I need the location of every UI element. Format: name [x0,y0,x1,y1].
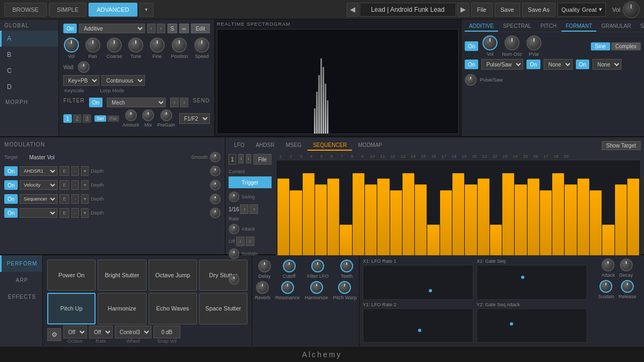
perf-tab-perform[interactable]: PERFORM [0,255,42,272]
pulse-saw-select1[interactable]: Pulse/Saw [481,59,523,70]
preset-prev-button[interactable]: ◀ [347,3,358,17]
depth-knob-4[interactable] [210,208,221,218]
pan-knob[interactable] [85,38,100,53]
mod-source-4[interactable] [20,208,57,218]
mod-dot-2[interactable]: ▾ [81,180,89,190]
value-snap-prev[interactable]: ‹ [236,237,245,246]
depth-knob-1[interactable] [210,166,221,176]
pad-pitch-up[interactable]: Pitch Up [47,293,96,325]
sine-button[interactable]: Sine [591,42,610,50]
pad-bright-stutter[interactable]: Bright Stutter [98,260,146,291]
mod-e-4[interactable]: E [60,208,69,218]
ser-button[interactable]: Ser [94,115,106,122]
perf-tab-effects[interactable]: EFFECTS [0,289,42,305]
par-button[interactable]: Par [107,115,119,122]
rate-next-arrow[interactable]: › [250,204,258,214]
wall-knob[interactable] [78,61,90,73]
pulse-on-button[interactable]: On [465,60,478,69]
advanced-button[interactable]: ADVANCED [89,3,137,17]
pad-power-on[interactable]: Power On [47,260,96,291]
send-select[interactable]: F1/F2 [179,113,210,124]
tune-knob[interactable] [128,38,143,53]
pad-octave-jump[interactable]: Octave Jump [149,260,197,291]
osc-mode-select[interactable]: Additive Spectral Granular [79,24,144,33]
tab-sampler[interactable]: SAMPLER [636,21,644,32]
depth-knob-3[interactable] [210,194,221,204]
none-select2[interactable]: None [592,59,621,70]
mod-on-4[interactable]: On [4,208,18,218]
filter-3[interactable]: 3 [83,114,91,123]
mod-dot-1[interactable]: ▾ [81,166,89,176]
mod-dash-1[interactable]: - [71,166,79,176]
mod-on-3[interactable]: On [4,194,18,204]
sustain-seq-knob[interactable] [229,248,239,259]
seq-prev-arrow[interactable]: ‹ [238,154,244,164]
preset-next-button[interactable]: ▶ [457,3,469,17]
decay-knob[interactable] [620,258,633,271]
pad-harmonize[interactable]: Harmonize [98,293,146,325]
mod-dash-4[interactable]: - [71,208,79,218]
fine-knob[interactable] [150,38,165,53]
tab-spectral[interactable]: SPECTRAL [499,21,536,32]
tab-granular[interactable]: GRANULAR [597,21,635,32]
s-button[interactable]: S [167,24,177,33]
mod-source-3[interactable]: Sequencer5 [20,194,57,204]
pad-echo-waves[interactable]: Echo Waves [149,293,197,325]
mod-e-2[interactable]: E [60,180,69,190]
mod-dot-4[interactable]: ▾ [81,208,89,218]
save-as-button[interactable]: Save As [522,3,555,17]
wheel-select[interactable]: Control3 [115,326,151,338]
file-button[interactable]: File [471,3,493,17]
y1-xy-pad[interactable] [363,308,473,343]
tab-formant[interactable]: FORMANT [561,21,596,32]
none-on-button1[interactable]: On [526,60,540,69]
release-right-knob[interactable] [621,280,634,293]
attack-right-knob[interactable] [602,258,614,271]
osc-prev-arrow[interactable]: ‹ [147,24,156,33]
filter-next-arrow[interactable]: › [180,98,188,107]
tab-additive[interactable]: ADDITIVE [465,21,498,32]
tab-pitch[interactable]: PITCH [536,21,561,32]
trigger-button[interactable]: Trigger [229,176,272,188]
sustain-right-knob[interactable] [599,280,612,293]
x1-xy-pad[interactable] [363,265,473,300]
layer-c[interactable]: C [0,63,58,79]
seq-next-arrow[interactable]: › [246,154,251,164]
pitch-warp-knob[interactable] [338,281,351,294]
amount-knob[interactable] [125,109,137,121]
teeth-knob[interactable] [340,260,353,272]
pregain-knob[interactable] [160,109,172,121]
additive-on-button[interactable]: On [465,41,478,51]
filter-lfo-knob[interactable] [311,260,324,272]
resonance-knob[interactable] [281,281,294,294]
mod-tab-mseg[interactable]: MSEG [280,141,306,151]
filter-mode-select[interactable]: Mech [107,98,166,107]
num-osc-knob[interactable] [504,35,519,50]
attack-knob[interactable] [229,224,239,234]
keyscale-select[interactable]: Key+PB [63,75,99,86]
mod-tab-modmap[interactable]: MODMAP [353,141,387,151]
filter-prev-arrow[interactable]: ‹ [170,98,179,107]
rate-prev-arrow[interactable]: ‹ [240,204,248,214]
mod-tab-sequencer[interactable]: SEQUENCER [308,141,352,151]
preset-dropdown-arrow[interactable]: ▾ [140,3,153,17]
pvar-knob[interactable] [526,35,541,50]
pad-space-stutter[interactable]: Space Stutter [199,293,247,325]
cutoff-knob[interactable] [283,260,296,272]
rate-select[interactable]: Off [89,326,113,338]
speed-knob[interactable] [194,38,209,53]
mod-dash-2[interactable]: - [71,180,79,190]
gear-button[interactable]: ⚙ [47,328,61,341]
pulse-saw-knob[interactable] [465,74,477,86]
mod-e-3[interactable]: E [60,194,69,204]
osc-next-arrow[interactable]: › [157,24,165,33]
mod-on-2[interactable]: On [4,180,18,190]
complex-button[interactable]: Complex [611,42,641,50]
mod-tab-lfo[interactable]: LFO [229,141,250,151]
smooth-knob[interactable] [210,152,221,162]
layer-d[interactable]: D [0,79,58,95]
layer-b[interactable]: B [0,47,58,63]
mod-on-1[interactable]: On [4,166,18,176]
filter-1[interactable]: 1 [63,114,72,123]
add-vol-knob[interactable] [482,35,497,50]
